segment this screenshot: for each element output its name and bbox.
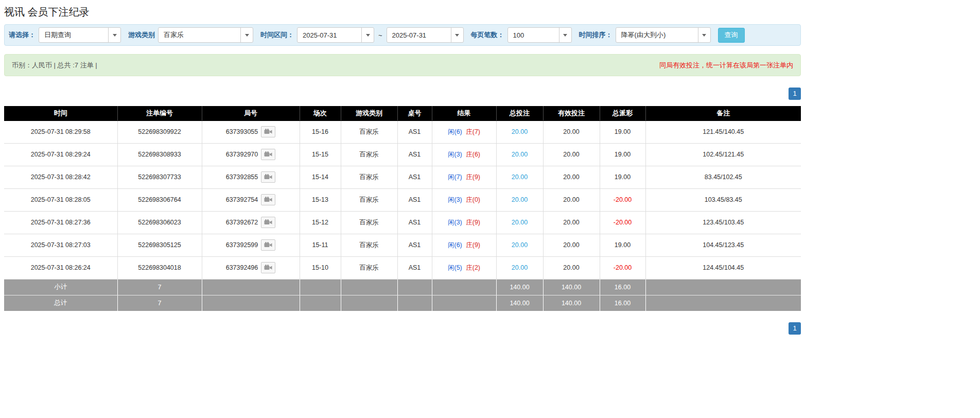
result-banker: 庄(0) bbox=[466, 196, 480, 203]
summary-bar: 币别：人民币 | 总共 :7 注单 | 同局有效投注，统一计算在该局第一张注单内 bbox=[4, 54, 801, 76]
table-row: 2025-07-31 08:26:24 522698304018 6373924… bbox=[4, 256, 801, 279]
total-bet-link[interactable]: 20.00 bbox=[512, 219, 528, 226]
video-camera-icon bbox=[264, 129, 272, 135]
chevron-down-icon[interactable] bbox=[361, 28, 374, 42]
cell-valid-bet: 20.00 bbox=[543, 143, 600, 166]
cell-round-id: 637392970 bbox=[202, 143, 300, 166]
date-to-select[interactable]: 2025-07-31 bbox=[387, 27, 464, 43]
cell-note: 83.45/102.45 bbox=[645, 166, 801, 188]
cell-session: 15-15 bbox=[300, 143, 341, 166]
cell-valid-bet: 20.00 bbox=[543, 256, 600, 279]
search-button[interactable]: 查询 bbox=[718, 28, 745, 43]
total-bet-link[interactable]: 20.00 bbox=[512, 151, 528, 158]
header-payout: 总派彩 bbox=[600, 106, 645, 120]
time-sort-select[interactable]: 降幂(由大到小) bbox=[616, 27, 711, 43]
video-camera-icon bbox=[264, 265, 272, 271]
chevron-down-icon[interactable] bbox=[108, 28, 120, 42]
video-replay-button[interactable] bbox=[261, 171, 275, 183]
video-replay-button[interactable] bbox=[261, 239, 275, 251]
cell-payout: -20.00 bbox=[600, 188, 645, 211]
cell-table-no: AS1 bbox=[397, 120, 432, 143]
game-type-value: 百家乐 bbox=[159, 28, 240, 42]
subtotal-count: 7 bbox=[117, 279, 202, 295]
pagination-bottom: 1 bbox=[4, 322, 801, 335]
round-id-text: 637392754 bbox=[226, 196, 258, 203]
chevron-down-icon[interactable] bbox=[240, 28, 253, 42]
total-row: 总计 7 140.00 140.00 16.00 bbox=[4, 295, 801, 311]
cell-note: 102.45/121.45 bbox=[645, 143, 801, 166]
cell-note: 124.45/104.45 bbox=[645, 256, 801, 279]
date-mode-select[interactable]: 日期查询 bbox=[39, 27, 121, 43]
video-replay-button[interactable] bbox=[261, 262, 275, 273]
result-banker: 庄(6) bbox=[466, 151, 480, 158]
cell-payout: 19.00 bbox=[600, 166, 645, 188]
cell-game-type: 百家乐 bbox=[341, 234, 397, 256]
round-id-text: 637392672 bbox=[226, 219, 258, 226]
video-replay-button[interactable] bbox=[261, 126, 275, 137]
subtotal-label: 小计 bbox=[4, 279, 117, 295]
total-bet-link[interactable]: 20.00 bbox=[512, 128, 528, 135]
cell-time: 2025-07-31 08:28:42 bbox=[4, 166, 117, 188]
cell-game-type: 百家乐 bbox=[341, 188, 397, 211]
cell-session: 15-10 bbox=[300, 256, 341, 279]
video-replay-button[interactable] bbox=[261, 217, 275, 228]
cell-valid-bet: 20.00 bbox=[543, 234, 600, 256]
cell-time: 2025-07-31 08:27:03 bbox=[4, 234, 117, 256]
cell-total-bet: 20.00 bbox=[496, 211, 543, 234]
date-from-select[interactable]: 2025-07-31 bbox=[297, 27, 374, 43]
total-bet-link[interactable]: 20.00 bbox=[512, 241, 528, 249]
total-bet-link[interactable]: 20.00 bbox=[512, 196, 528, 203]
page-size-select[interactable]: 100 bbox=[507, 27, 572, 43]
cell-bet-id: 522698308933 bbox=[117, 143, 202, 166]
cell-result: 闲(7) 庄(9) bbox=[432, 166, 496, 188]
game-type-select[interactable]: 百家乐 bbox=[158, 27, 253, 43]
cell-table-no: AS1 bbox=[397, 166, 432, 188]
round-id-text: 637392496 bbox=[226, 264, 258, 271]
header-result: 结果 bbox=[432, 106, 496, 120]
cell-note: 123.45/103.45 bbox=[645, 211, 801, 234]
cell-round-id: 637393055 bbox=[202, 120, 300, 143]
game-type-label: 游戏类别 bbox=[128, 30, 155, 40]
total-valid-bet: 140.00 bbox=[543, 295, 600, 311]
total-total-bet: 140.00 bbox=[496, 295, 543, 311]
date-mode-value: 日期查询 bbox=[39, 28, 108, 42]
cell-payout: -20.00 bbox=[600, 211, 645, 234]
result-player: 闲(5) bbox=[448, 264, 462, 271]
page-content: 视讯 会员下注纪录 请选择： 日期查询 游戏类别 百家乐 时间区间： 2025-… bbox=[4, 0, 801, 335]
cell-bet-id: 522698309922 bbox=[117, 120, 202, 143]
cell-session: 15-11 bbox=[300, 234, 341, 256]
summary-currency-count: 币别：人民币 | 总共 :7 注单 | bbox=[12, 61, 97, 70]
chevron-down-icon[interactable] bbox=[698, 28, 710, 42]
table-row: 2025-07-31 08:27:36 522698306023 6373926… bbox=[4, 211, 801, 234]
page-1-button[interactable]: 1 bbox=[789, 88, 801, 100]
chevron-down-icon[interactable] bbox=[559, 28, 571, 42]
subtotal-row: 小计 7 140.00 140.00 16.00 bbox=[4, 279, 801, 295]
total-bet-link[interactable]: 20.00 bbox=[512, 264, 528, 271]
video-camera-icon bbox=[264, 197, 272, 203]
round-id-text: 637392970 bbox=[226, 151, 258, 158]
round-id-text: 637393055 bbox=[226, 128, 258, 135]
cell-total-bet: 20.00 bbox=[496, 143, 543, 166]
page-1-button[interactable]: 1 bbox=[789, 322, 801, 335]
chevron-down-icon[interactable] bbox=[451, 28, 463, 42]
header-game-type: 游戏类别 bbox=[341, 106, 397, 120]
video-replay-button[interactable] bbox=[261, 149, 275, 160]
result-banker: 庄(7) bbox=[466, 128, 480, 135]
result-player: 闲(6) bbox=[448, 128, 462, 135]
cell-payout: 19.00 bbox=[600, 143, 645, 166]
result-player: 闲(3) bbox=[448, 219, 462, 226]
cell-payout: 19.00 bbox=[600, 120, 645, 143]
video-replay-button[interactable] bbox=[261, 194, 275, 205]
total-label: 总计 bbox=[4, 295, 117, 311]
cell-bet-id: 522698307733 bbox=[117, 166, 202, 188]
cell-bet-id: 522698306023 bbox=[117, 211, 202, 234]
time-range-label: 时间区间： bbox=[260, 30, 294, 40]
cell-round-id: 637392672 bbox=[202, 211, 300, 234]
round-id-text: 637392855 bbox=[226, 173, 258, 181]
subtotal-total-bet: 140.00 bbox=[496, 279, 543, 295]
total-bet-link[interactable]: 20.00 bbox=[512, 173, 528, 181]
cell-table-no: AS1 bbox=[397, 143, 432, 166]
cell-bet-id: 522698305125 bbox=[117, 234, 202, 256]
total-payout: 16.00 bbox=[600, 295, 645, 311]
result-banker: 庄(9) bbox=[466, 219, 480, 226]
